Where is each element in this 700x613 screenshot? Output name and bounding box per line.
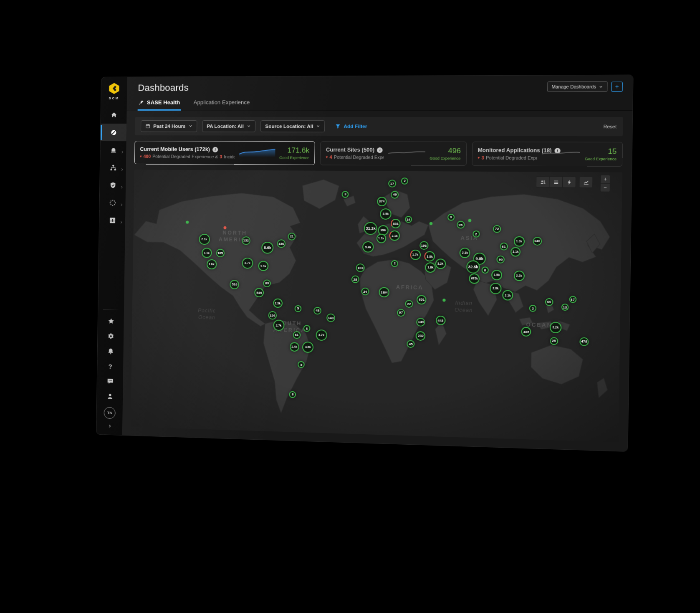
sidebar-expand-button[interactable] <box>96 420 122 432</box>
map-cluster[interactable]: 45 <box>407 340 414 348</box>
sidebar-item-feedback[interactable] <box>97 373 123 389</box>
cluster-count: 1.8k <box>426 263 435 272</box>
cluster-count: 95 <box>457 222 464 228</box>
reset-button[interactable]: Reset <box>603 124 617 129</box>
alert-count: 400 <box>144 154 151 159</box>
site-dot[interactable] <box>442 299 446 301</box>
site-dot[interactable] <box>430 222 433 225</box>
map-cluster[interactable]: 5 <box>295 305 302 312</box>
map-cluster[interactable]: 5 <box>298 361 305 368</box>
cluster-count: 675k <box>470 274 479 283</box>
sidebar-item-settings[interactable] <box>98 328 124 344</box>
trends-view-button[interactable] <box>579 177 593 188</box>
zoom-out-button[interactable]: − <box>600 183 610 192</box>
cluster-count: 2 <box>473 231 479 237</box>
bolt-icon <box>566 179 572 185</box>
kpi-card-2[interactable]: Current Sites (500)i▾4Potential Degraded… <box>320 141 467 166</box>
tab-application-experience[interactable]: Application Experience <box>192 96 250 111</box>
users-layer-button[interactable] <box>536 176 550 187</box>
cluster-count: 1.7k <box>411 251 419 259</box>
kpi-sparkline <box>542 148 580 160</box>
incidents-layer-button[interactable] <box>562 176 576 187</box>
cluster-count: 196 <box>420 242 427 249</box>
map-cluster[interactable]: 105 <box>216 249 225 258</box>
map-cluster[interactable]: 22 <box>405 300 413 308</box>
site-dot[interactable] <box>186 221 189 224</box>
cluster-count: 89 <box>264 280 270 286</box>
map-cluster[interactable]: 67 <box>569 296 576 303</box>
chevron-down-icon <box>189 124 192 128</box>
cluster-count: 485 <box>522 328 531 336</box>
chart-icon <box>583 179 589 185</box>
sidebar-item-favorites[interactable] <box>98 313 124 329</box>
map-cluster[interactable]: 9 <box>447 214 455 221</box>
time-range-button[interactable]: Past 24 Hours <box>141 120 197 132</box>
kpi-card-1[interactable]: Current Mobile Users (172k)i▾400Potentia… <box>134 141 315 165</box>
map-cluster[interactable]: 2 <box>401 177 408 185</box>
kpi-card-3[interactable]: Monitored Applications (18)i▾3Potential … <box>472 142 623 167</box>
cluster-count: 90 <box>498 256 504 263</box>
settings-icon <box>107 332 114 339</box>
manage-dashboards-button[interactable]: Manage Dashboards <box>547 81 607 92</box>
cluster-count: 143 <box>327 314 334 322</box>
sidebar-item-notifications[interactable] <box>98 343 124 359</box>
chevron-down-icon <box>599 85 603 89</box>
map-cluster[interactable]: 89 <box>263 279 271 287</box>
world-map-svg <box>131 170 622 442</box>
filter-bar: Past 24 Hours PA Location: All Source Lo… <box>135 117 623 136</box>
cluster-count: 5.4k <box>363 242 373 252</box>
info-icon[interactable]: i <box>212 147 218 152</box>
sidebar-item-home[interactable] <box>101 106 126 124</box>
star-icon <box>107 317 114 324</box>
alert-count: 3 <box>220 154 222 159</box>
add-dashboard-button[interactable]: + <box>611 81 623 91</box>
sidebar-item-workflows[interactable] <box>99 194 125 212</box>
kpi-value: 171.6k <box>279 146 309 155</box>
map-cluster[interactable]: 2 <box>529 305 537 312</box>
sidebar-item-profile[interactable] <box>97 388 123 404</box>
map-cluster[interactable]: 13 <box>561 304 569 311</box>
sidebar-nav <box>99 106 127 229</box>
cluster-count: 2.1k <box>390 231 399 240</box>
map-cluster[interactable]: 48 <box>313 306 321 314</box>
map-cluster[interactable]: 136 <box>277 239 286 248</box>
map-cluster[interactable]: 21 <box>288 233 296 241</box>
map-cluster[interactable]: 8 <box>289 391 296 398</box>
add-filter-button[interactable]: Add Filter <box>335 124 367 129</box>
sidebar-item-security-services[interactable] <box>100 176 126 194</box>
panw-hexagon-icon <box>108 82 120 95</box>
chevron-right-icon <box>120 148 124 152</box>
scm-logo[interactable]: SCM <box>108 82 121 100</box>
kpi-value: 15 <box>585 147 617 156</box>
cluster-count: 831 <box>392 220 399 228</box>
home-icon <box>110 111 117 118</box>
sidebar-item-help[interactable]: ? <box>97 358 123 374</box>
chevron-right-icon <box>119 218 123 222</box>
tab-sase-health[interactable]: SASE Health <box>138 97 181 111</box>
pa-location-button[interactable]: PA Location: All <box>202 120 255 132</box>
map-cluster[interactable]: 61 <box>293 331 301 339</box>
world-map[interactable]: NORTH AMERICASOUTH AMERICAAFRICAASIAOCEA… <box>131 170 622 442</box>
source-location-button[interactable]: Source Location: All <box>260 120 325 132</box>
sidebar-item-network[interactable] <box>100 159 126 176</box>
info-icon[interactable]: i <box>377 147 383 152</box>
map-cluster[interactable]: 149 <box>417 318 425 327</box>
dashboard-content: Past 24 Hours PA Location: All Source Lo… <box>122 111 632 451</box>
list-view-button[interactable] <box>549 176 563 187</box>
feedback-icon <box>106 377 114 385</box>
sidebar-item-dashboards[interactable] <box>101 124 126 141</box>
cluster-count: 3.7k <box>316 330 326 340</box>
cluster-count: 132 <box>243 237 250 244</box>
sidebar-item-incidents-alerts[interactable] <box>100 141 126 159</box>
zoom-in-button[interactable]: + <box>600 175 610 184</box>
site-dot[interactable] <box>468 219 471 222</box>
chevron-right-icon <box>120 166 124 170</box>
continents <box>132 178 611 423</box>
kpi-sparkline <box>388 147 425 160</box>
sidebar-item-reports[interactable] <box>99 211 125 229</box>
avatar[interactable]: TS <box>104 407 115 419</box>
site-dot[interactable] <box>223 226 226 229</box>
kpi-sparkline <box>239 147 275 159</box>
map-zoom-control: + − <box>600 175 611 192</box>
chevron-right-icon <box>120 201 124 205</box>
